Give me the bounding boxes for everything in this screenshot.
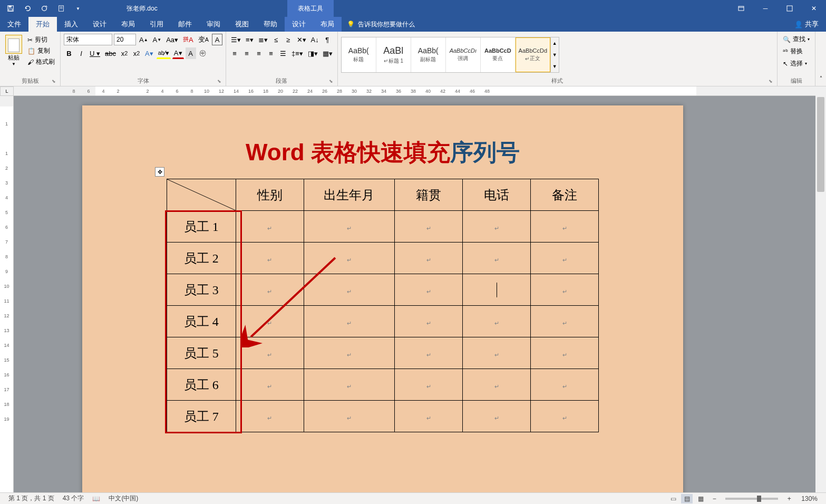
decrease-indent-button[interactable]: ≤ (271, 34, 281, 45)
distributed-button[interactable]: ☰ (278, 47, 288, 59)
row-label-cell[interactable]: 员工 3 (167, 274, 236, 306)
sort-button[interactable]: A↓ (309, 34, 320, 45)
header-gender[interactable]: 性别 (236, 179, 304, 211)
table-cell[interactable]: ↵ (531, 243, 599, 274)
table-cell[interactable]: ↵ (395, 401, 463, 432)
shading-button[interactable]: ◨▾ (306, 47, 319, 59)
language-status[interactable]: 中文(中国) (104, 494, 142, 503)
italic-button[interactable]: I (76, 47, 86, 59)
menu-table-layout[interactable]: 布局 (313, 17, 342, 32)
borders-button[interactable]: ▦▾ (321, 47, 334, 59)
table-cell[interactable]: ↵ (395, 306, 463, 337)
clipboard-expand[interactable]: ⬊ (52, 79, 56, 84)
vertical-ruler[interactable]: 112345678910111213141516171819 (0, 96, 14, 492)
select-button[interactable]: ↖ 选择 ▾ (781, 58, 812, 69)
numbering-button[interactable]: ≡▾ (244, 34, 255, 45)
qat-dropdown[interactable]: ▼ (72, 2, 84, 15)
grow-font-button[interactable]: A▲ (138, 34, 150, 45)
paste-button[interactable]: 粘贴 ▼ (3, 34, 24, 67)
find-button[interactable]: 🔍 查找 ▾ (781, 34, 812, 45)
format-painter-button[interactable]: 🖌 格式刷 (26, 57, 56, 67)
table-cell[interactable] (463, 274, 531, 306)
minimize-button[interactable]: ─ (753, 0, 778, 17)
word-table[interactable]: 性别 出生年月 籍贯 电话 备注 员工 1↵↵↵↵↵员工 2↵↵↵↵↵员工 3↵… (167, 179, 599, 432)
menu-file[interactable]: 文件 (0, 17, 28, 32)
table-cell[interactable]: ↵ (531, 369, 599, 401)
close-button[interactable]: ✕ (802, 0, 826, 17)
subscript-button[interactable]: x2 (119, 47, 130, 59)
row-label-cell[interactable]: 员工 1 (167, 211, 236, 243)
styles-more[interactable]: ▼ (551, 61, 559, 72)
page[interactable]: Word 表格快速填充序列号 ✥ 性别 出生年月 籍贯 电话 备注 员工 1↵↵… (82, 105, 683, 492)
maximize-button[interactable] (778, 0, 802, 17)
phonetic-guide-button[interactable]: 拼A (181, 34, 195, 45)
table-move-handle[interactable]: ✥ (155, 167, 164, 177)
row-label-cell[interactable]: 员工 6 (167, 369, 236, 401)
print-layout-button[interactable]: ▤ (681, 494, 693, 503)
scrollbar-thumb[interactable] (817, 97, 824, 192)
style-emphasis[interactable]: AaBbCcDı 强调 (446, 37, 481, 72)
header-origin[interactable]: 籍贯 (395, 179, 463, 211)
align-right-button[interactable]: ≡ (254, 47, 264, 59)
clear-format-button[interactable]: 变A (197, 34, 210, 45)
table-corner-cell[interactable] (167, 179, 236, 211)
table-cell[interactable]: ↵ (236, 337, 304, 369)
multilevel-list-button[interactable]: ≣▾ (257, 34, 269, 45)
highlight-button[interactable]: ab⁄▾ (157, 47, 171, 59)
web-layout-button[interactable]: ▦ (695, 494, 706, 503)
spell-check-icon[interactable]: 📖 (88, 495, 104, 502)
superscript-button[interactable]: x2 (131, 47, 142, 59)
table-cell[interactable]: ↵ (531, 274, 599, 306)
redo-button[interactable] (38, 2, 51, 15)
shrink-font-button[interactable]: A▼ (151, 34, 163, 45)
bullets-button[interactable]: ☰▾ (229, 34, 242, 45)
table-cell[interactable]: ↵ (463, 369, 531, 401)
enclose-char-button[interactable]: ㊥ (198, 47, 208, 59)
menu-design[interactable]: 设计 (85, 17, 114, 32)
table-cell[interactable]: ↵ (304, 337, 395, 369)
table-cell[interactable]: ↵ (304, 401, 395, 432)
font-size-select[interactable] (114, 34, 136, 45)
vertical-scrollbar[interactable] (815, 86, 826, 492)
undo-button[interactable] (21, 2, 34, 15)
zoom-in-button[interactable]: + (783, 494, 795, 503)
justify-button[interactable]: ≡ (266, 47, 276, 59)
align-left-button[interactable]: ≡ (229, 47, 240, 59)
table-cell[interactable]: ↵ (395, 274, 463, 306)
menu-references[interactable]: 引用 (142, 17, 171, 32)
table-cell[interactable]: ↵ (531, 211, 599, 243)
cut-button[interactable]: ✂ 剪切 (26, 35, 56, 45)
row-label-cell[interactable]: 员工 5 (167, 337, 236, 369)
ribbon-display-button[interactable] (729, 0, 753, 17)
zoom-slider-thumb[interactable] (757, 496, 761, 502)
align-center-button[interactable]: ≡ (241, 47, 252, 59)
share-button[interactable]: 👤 共享 (787, 20, 826, 29)
bold-button[interactable]: B (64, 47, 74, 59)
menu-home[interactable]: 开始 (28, 17, 57, 32)
font-name-select[interactable] (64, 34, 112, 45)
menu-view[interactable]: 视图 (228, 17, 256, 32)
row-label-cell[interactable]: 员工 4 (167, 306, 236, 337)
table-cell[interactable]: ↵ (304, 306, 395, 337)
menu-help[interactable]: 帮助 (256, 17, 285, 32)
table-cell[interactable]: ↵ (463, 211, 531, 243)
read-mode-button[interactable]: ▭ (667, 494, 679, 503)
table-cell[interactable]: ↵ (236, 274, 304, 306)
zoom-out-button[interactable]: − (708, 494, 720, 503)
table-cell[interactable]: ↵ (463, 306, 531, 337)
increase-indent-button[interactable]: ≥ (283, 34, 294, 45)
table-cell[interactable]: ↵ (463, 401, 531, 432)
table-cell[interactable]: ↵ (236, 369, 304, 401)
menu-mailings[interactable]: 邮件 (171, 17, 199, 32)
page-count[interactable]: 第 1 页，共 1 页 (4, 494, 59, 503)
menu-layout[interactable]: 布局 (114, 17, 142, 32)
table-cell[interactable]: ↵ (395, 369, 463, 401)
table-cell[interactable]: ↵ (304, 243, 395, 274)
tell-me-search[interactable]: 💡 告诉我你想要做什么 (347, 20, 415, 29)
document-area[interactable]: Word 表格快速填充序列号 ✥ 性别 出生年月 籍贯 电话 备注 员工 1↵↵… (14, 96, 815, 492)
change-case-button[interactable]: Aa▾ (164, 34, 180, 45)
table-cell[interactable]: ↵ (531, 337, 599, 369)
qat-doc-icon[interactable] (55, 2, 67, 15)
zoom-slider[interactable] (725, 498, 778, 500)
header-remark[interactable]: 备注 (531, 179, 599, 211)
